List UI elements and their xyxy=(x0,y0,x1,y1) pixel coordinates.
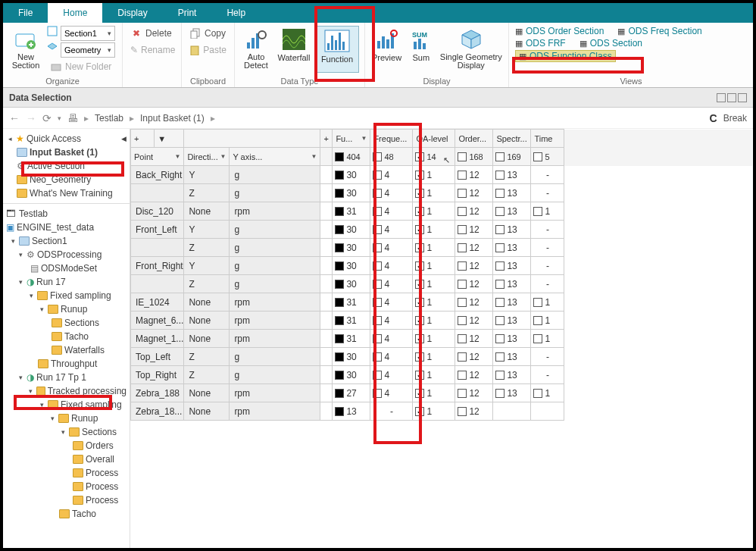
nav-forward-icon[interactable]: → xyxy=(26,112,36,124)
geometry-dropdown[interactable]: Geometry xyxy=(61,42,115,58)
table-row[interactable]: Magnet_6...Nonerpm314112131 xyxy=(131,312,753,330)
reload-icon[interactable]: C xyxy=(710,112,717,124)
expand-icon[interactable]: ▾ xyxy=(17,251,24,258)
table-row[interactable]: Zebra_18...Nonerpm13-112 xyxy=(131,402,753,421)
breadcrumb-testlab[interactable]: Testlab xyxy=(95,113,123,124)
menu-print[interactable]: Print xyxy=(163,3,212,23)
tree-sections[interactable]: Sections xyxy=(64,318,99,328)
waterfall-button[interactable]: Waterfall xyxy=(276,26,312,62)
break-button[interactable]: Break xyxy=(723,113,747,124)
view-ods-function-class[interactable]: ▦ODS Function Class xyxy=(515,50,616,62)
expand-icon[interactable]: ▾ xyxy=(27,292,35,299)
hdr-order-total[interactable]: 168 xyxy=(455,148,493,166)
col-oa[interactable]: OA-level xyxy=(413,130,455,148)
nav-refresh-icon[interactable]: ⟳ xyxy=(42,112,52,124)
expand-icon[interactable]: ▾ xyxy=(17,278,24,286)
tree-overall[interactable]: Overall xyxy=(86,454,114,465)
col-direction[interactable]: Directi...▼ xyxy=(184,148,230,166)
tree-runup-2[interactable]: Runup xyxy=(71,413,98,424)
printer-icon[interactable]: 🖶 xyxy=(67,112,78,124)
function-button[interactable]: Function xyxy=(315,26,359,73)
new-section-button[interactable]: NewSection xyxy=(8,26,44,74)
table-row[interactable]: Top_RightZg30411213- xyxy=(131,366,753,384)
tree-active-section[interactable]: Active Section xyxy=(27,161,85,171)
table-row[interactable]: IE_1024Nonerpm314112131 xyxy=(131,293,753,312)
menu-home[interactable]: Home xyxy=(48,3,102,23)
tree-process-2[interactable]: Process xyxy=(86,481,118,492)
tree-quick-access[interactable]: Quick Access xyxy=(27,133,81,144)
tree-run17tp1[interactable]: Run 17 Tp 1 xyxy=(36,372,86,383)
table-row[interactable]: Back_RightYg30411213- xyxy=(131,166,753,184)
tree-tracked-processing[interactable]: Tracked processing xyxy=(48,386,127,396)
preview-button[interactable]: Preview xyxy=(370,26,404,70)
sum-button[interactable]: SUM Sum xyxy=(407,26,436,70)
table-row[interactable]: Zg30411213- xyxy=(131,275,753,293)
expand-icon[interactable]: ▾ xyxy=(38,401,45,409)
tree-sections-2[interactable]: Sections xyxy=(82,427,117,437)
expand-icon[interactable]: ▾ xyxy=(27,387,34,395)
delete-button[interactable]: ✖Delete xyxy=(127,26,177,41)
col-func[interactable]: Fu...▼ xyxy=(333,130,370,148)
breadcrumb-input-basket[interactable]: Input Basket (1) xyxy=(140,113,205,124)
hdr-oa-total[interactable]: 14↖ xyxy=(413,148,455,166)
expand-icon[interactable]: ▾ xyxy=(9,237,17,245)
menu-file[interactable]: File xyxy=(3,3,48,23)
col-order[interactable]: Order... xyxy=(455,130,493,148)
tree-process-1[interactable]: Process xyxy=(86,468,118,478)
hdr-time-total[interactable]: 5 xyxy=(531,148,564,166)
tree-whats-new[interactable]: What's New Training xyxy=(30,188,113,199)
table-row[interactable]: Top_LeftZg30411213- xyxy=(131,348,753,366)
table-row[interactable]: Zg30411213- xyxy=(131,239,753,257)
table-row[interactable]: Zg30411213- xyxy=(131,184,753,202)
col-filter[interactable]: ▼ xyxy=(155,130,184,148)
hdr-freq-total[interactable]: 48 xyxy=(370,148,413,166)
chevron-left-icon[interactable]: ◀ xyxy=(121,135,127,142)
col-plus2[interactable]: + xyxy=(320,130,333,148)
col-plus[interactable]: + xyxy=(131,130,155,148)
table-row[interactable]: Disc_120Nonerpm314112131 xyxy=(131,202,753,221)
single-geometry-display-button[interactable]: Single GeometryDisplay xyxy=(439,26,504,70)
nav-back-icon[interactable]: ← xyxy=(9,112,20,124)
view-ods-freq-section[interactable]: ▦ODS Freq Section xyxy=(617,26,701,36)
tree-ods-processing[interactable]: ODSProcessing xyxy=(37,249,102,260)
expand-icon[interactable]: ▾ xyxy=(17,374,24,381)
table-row[interactable]: Front_LeftYg30411213- xyxy=(131,221,753,239)
paste-button[interactable]: Paste xyxy=(186,42,230,58)
new-folder-button[interactable]: New Folder xyxy=(47,59,115,74)
tree-tacho[interactable]: Tacho xyxy=(64,331,89,342)
menu-help[interactable]: Help xyxy=(211,3,261,23)
section-dropdown[interactable]: Section1 xyxy=(61,26,115,41)
rename-button[interactable]: ✎Rename xyxy=(127,42,177,58)
tree-section1[interactable]: Section1 xyxy=(32,236,67,246)
auto-detect-button[interactable]: AutoDetect xyxy=(239,26,273,70)
col-point[interactable]: Point▼ xyxy=(131,148,184,166)
table-row[interactable]: Zebra_188Nonerpm274112131 xyxy=(131,384,753,402)
tree-throughput[interactable]: Throughput xyxy=(51,358,97,369)
tree-input-basket[interactable]: Input Basket (1) xyxy=(30,147,98,158)
expand-icon[interactable]: ▾ xyxy=(48,415,56,422)
chevron-down-icon[interactable]: ▾ xyxy=(58,114,61,122)
hdr-func-total[interactable]: 404 xyxy=(333,148,370,166)
layout-tiles[interactable] xyxy=(717,93,747,102)
hdr-spectr-total[interactable]: 169 xyxy=(493,148,531,166)
table-row[interactable]: Front_RightYg30411213- xyxy=(131,257,753,275)
tree-process-3[interactable]: Process xyxy=(86,495,118,506)
col-time[interactable]: Time xyxy=(531,130,564,148)
view-ods-section[interactable]: ▦ODS Section xyxy=(579,38,642,49)
menu-display[interactable]: Display xyxy=(102,3,162,23)
view-ods-order-section[interactable]: ▦ODS Order Section xyxy=(515,26,604,36)
tree-runup[interactable]: Runup xyxy=(61,304,87,315)
col-spectr[interactable]: Spectr... xyxy=(493,130,531,148)
tree-engine-test-data[interactable]: ENGINE_test_data xyxy=(17,222,94,233)
collapse-icon[interactable]: ◂ xyxy=(6,135,14,142)
tree-fixed-sampling-2[interactable]: Fixed sampling xyxy=(61,399,122,410)
tree-waterfalls[interactable]: Waterfalls xyxy=(64,345,105,355)
tree-ods-modeset[interactable]: ODSModeSet xyxy=(41,263,97,274)
tree-neo-geometry[interactable]: Neo_Geometry xyxy=(30,174,91,185)
tree-orders[interactable]: Orders xyxy=(86,440,114,451)
tree-testlab[interactable]: Testlab xyxy=(19,208,48,219)
copy-button[interactable]: Copy xyxy=(186,26,230,41)
view-ods-frf[interactable]: ▦ODS FRF xyxy=(515,38,566,49)
col-freq[interactable]: Freque... xyxy=(370,130,413,148)
col-yaxis[interactable]: Y axis...▼ xyxy=(230,148,320,166)
